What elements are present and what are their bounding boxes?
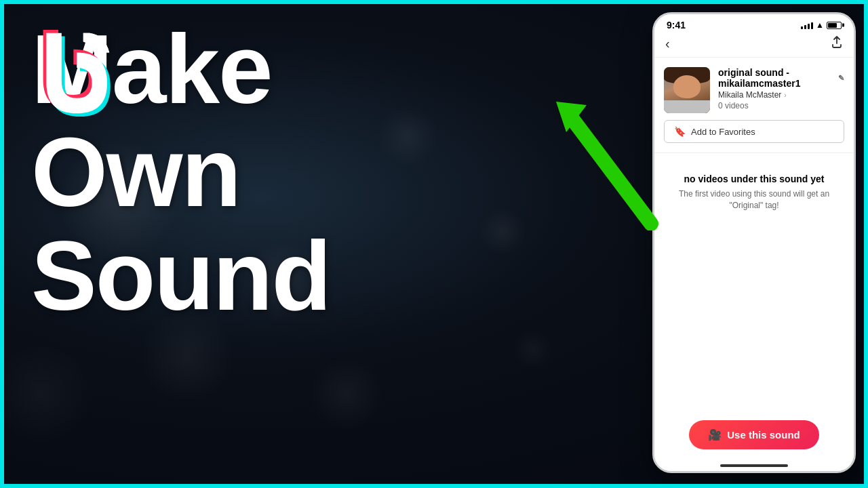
no-videos-title: no videos under this sound yet [664, 174, 844, 184]
signal-bars [801, 21, 813, 29]
sound-info: original sound - mikailamcmaster1 ✎ Mika… [654, 58, 854, 120]
svg-line-0 [570, 115, 651, 224]
status-time: 9:41 [667, 20, 686, 30]
add-to-favorites-button[interactable]: 🔖 Add to Favorites [664, 120, 844, 143]
camera-icon: 🎥 [708, 428, 722, 441]
home-indicator [720, 464, 788, 467]
favorites-label: Add to Favorites [691, 127, 755, 137]
edit-icon: ✎ [838, 74, 844, 83]
signal-bar-1 [801, 26, 803, 29]
no-videos-section: no videos under this sound yet The first… [654, 153, 854, 218]
battery-icon [827, 22, 842, 29]
signal-bar-2 [804, 25, 806, 29]
bokeh-5 [479, 207, 526, 255]
nav-bar: ‹ [654, 33, 854, 58]
bokeh-6 [309, 357, 384, 431]
sound-author: Mikaila McMaster [718, 90, 781, 100]
signal-bar-3 [808, 24, 810, 29]
signal-bar-4 [811, 22, 813, 29]
sound-author-row[interactable]: Mikaila McMaster › [718, 90, 844, 100]
title-line3: Sound [31, 224, 330, 327]
sound-name: original sound - mikailamcmaster1 ✎ [718, 67, 844, 89]
status-bar: 9:41 ▲ [654, 14, 854, 33]
no-videos-desc: The first video using this sound will ge… [664, 188, 844, 211]
back-button[interactable]: ‹ [665, 36, 670, 52]
use-this-sound-button[interactable]: 🎥 Use this sound [689, 420, 819, 449]
chevron-right-icon: › [784, 92, 786, 99]
title-line2: Own [31, 121, 330, 224]
battery-fill [828, 23, 837, 28]
green-arrow [529, 81, 678, 230]
bokeh-8 [4, 343, 92, 445]
status-icons: ▲ [801, 20, 842, 30]
sound-videos: 0 videos [718, 101, 844, 110]
bokeh-3 [377, 106, 438, 167]
phone-mockup: 9:41 ▲ ‹ [652, 12, 856, 473]
use-sound-container: 🎥 Use this sound [654, 411, 854, 456]
tiktok-logo [20, 14, 129, 122]
bokeh-7 [513, 329, 553, 370]
wifi-icon: ▲ [816, 20, 824, 30]
use-sound-label: Use this sound [727, 429, 800, 441]
share-button[interactable] [831, 36, 843, 52]
sound-details: original sound - mikailamcmaster1 ✎ Mika… [718, 67, 844, 110]
